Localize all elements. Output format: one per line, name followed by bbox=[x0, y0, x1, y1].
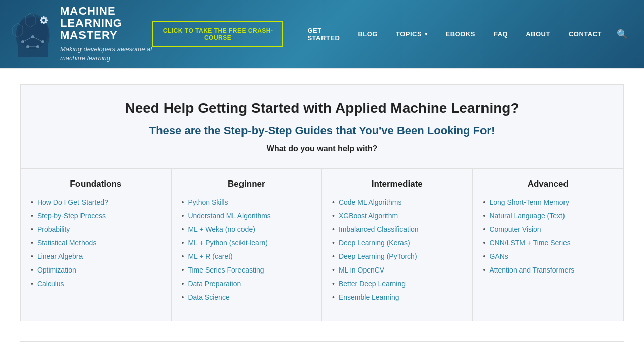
topics-dropdown-arrow: ▾ bbox=[425, 31, 428, 37]
intermediate-link-5[interactable]: ML in OpenCV bbox=[339, 265, 384, 276]
list-item: ML + Python (scikit-learn) bbox=[182, 238, 312, 248]
list-item: Imbalanced Classification bbox=[332, 224, 462, 235]
hero-title: Need Help Getting Started with Applied M… bbox=[41, 100, 603, 116]
columns-section: Foundations How Do I Get Started? Step-b… bbox=[20, 169, 624, 321]
list-item: Probability bbox=[31, 224, 161, 235]
foundations-list: How Do I Get Started? Step-by-Step Proce… bbox=[31, 197, 161, 289]
list-item: Deep Learning (Keras) bbox=[332, 238, 462, 248]
list-item: ML in OpenCV bbox=[332, 265, 462, 276]
list-item: Ensemble Learning bbox=[332, 292, 462, 303]
beginner-link-4[interactable]: ML + R (caret) bbox=[188, 251, 232, 262]
advanced-link-4[interactable]: GANs bbox=[489, 251, 508, 262]
hero-box: Need Help Getting Started with Applied M… bbox=[20, 84, 624, 169]
foundations-column: Foundations How Do I Get Started? Step-b… bbox=[21, 169, 172, 321]
header-nav: CLICK TO TAKE THE FREE CRASH-COURSE GET … bbox=[152, 21, 634, 47]
foundations-link-3[interactable]: Statistical Methods bbox=[37, 238, 97, 248]
hero-subtitle: These are the Step-by-Step Guides that Y… bbox=[41, 124, 603, 137]
beginner-column: Beginner Python Skills Understand ML Alg… bbox=[172, 169, 323, 321]
list-item: Computer Vision bbox=[483, 224, 614, 235]
list-item: Statistical Methods bbox=[31, 238, 161, 248]
list-item: Data Preparation bbox=[182, 279, 312, 289]
intermediate-link-7[interactable]: Ensemble Learning bbox=[339, 292, 399, 303]
advanced-link-2[interactable]: Computer Vision bbox=[489, 224, 541, 235]
logo-text[interactable]: MACHINE LEARNING MASTERY Making develope… bbox=[60, 5, 152, 63]
svg-rect-3 bbox=[43, 16, 45, 18]
bottom-teaser: How Do I Get Started? bbox=[20, 352, 624, 362]
beginner-list: Python Skills Understand ML Algorithms M… bbox=[182, 197, 312, 303]
nav-faq[interactable]: FAQ bbox=[485, 26, 517, 42]
bottom-divider bbox=[20, 341, 624, 342]
beginner-header: Beginner bbox=[182, 179, 312, 189]
list-item: How Do I Get Started? bbox=[31, 197, 161, 208]
main-nav: GET STARTED BLOG TOPICS ▾ EBOOKS FAQ ABO… bbox=[298, 23, 634, 46]
list-item: Calculus bbox=[31, 279, 161, 289]
crash-course-button[interactable]: CLICK TO TAKE THE FREE CRASH-COURSE bbox=[152, 21, 284, 47]
svg-point-17 bbox=[26, 45, 29, 48]
intermediate-link-3[interactable]: Deep Learning (Keras) bbox=[339, 238, 410, 248]
beginner-link-6[interactable]: Data Preparation bbox=[188, 279, 241, 289]
list-item: Python Skills bbox=[182, 197, 312, 208]
intermediate-list: Code ML Algorithms XGBoost Algorithm Imb… bbox=[332, 197, 462, 303]
svg-rect-4 bbox=[43, 22, 45, 24]
intermediate-link-0[interactable]: Code ML Algorithms bbox=[339, 197, 402, 208]
logo-area: MACHINE LEARNING MASTERY Making develope… bbox=[10, 5, 152, 63]
foundations-header: Foundations bbox=[31, 179, 161, 189]
beginner-link-1[interactable]: Understand ML Algorithms bbox=[188, 211, 270, 221]
list-item: Deep Learning (PyTorch) bbox=[332, 251, 462, 262]
beginner-link-0[interactable]: Python Skills bbox=[188, 197, 228, 208]
main-content: Need Help Getting Started with Applied M… bbox=[10, 69, 634, 362]
nav-about[interactable]: ABOUT bbox=[517, 26, 559, 42]
foundations-link-4[interactable]: Linear Algebra bbox=[37, 251, 83, 262]
beginner-link-5[interactable]: Time Series Forecasting bbox=[188, 265, 264, 276]
svg-point-18 bbox=[36, 45, 39, 48]
nav-get-started[interactable]: GET STARTED bbox=[298, 23, 349, 46]
site-header: MACHINE LEARNING MASTERY Making develope… bbox=[0, 0, 644, 68]
intermediate-link-4[interactable]: Deep Learning (PyTorch) bbox=[339, 251, 417, 262]
intermediate-link-1[interactable]: XGBoost Algorithm bbox=[339, 211, 398, 221]
svg-point-15 bbox=[31, 35, 34, 38]
foundations-link-2[interactable]: Probability bbox=[37, 224, 70, 235]
list-item: Better Deep Learning bbox=[332, 279, 462, 289]
list-item: Optimization bbox=[31, 265, 161, 276]
list-item: Linear Algebra bbox=[31, 251, 161, 262]
list-item: Understand ML Algorithms bbox=[182, 211, 312, 221]
list-item: ML + R (caret) bbox=[182, 251, 312, 262]
intermediate-link-6[interactable]: Better Deep Learning bbox=[339, 279, 406, 289]
list-item: Step-by-Step Process bbox=[31, 211, 161, 221]
logo-subtitle: Making developers awesome at machine lea… bbox=[60, 45, 152, 63]
list-item: XGBoost Algorithm bbox=[332, 211, 462, 221]
nav-ebooks[interactable]: EBOOKS bbox=[437, 26, 485, 42]
intermediate-link-2[interactable]: Imbalanced Classification bbox=[339, 224, 419, 235]
svg-rect-5 bbox=[40, 19, 42, 21]
svg-rect-6 bbox=[46, 19, 48, 21]
logo-icon[interactable] bbox=[10, 7, 53, 62]
list-item: Natural Language (Text) bbox=[483, 211, 614, 221]
advanced-link-1[interactable]: Natural Language (Text) bbox=[489, 211, 565, 221]
beginner-link-2[interactable]: ML + Weka (no code) bbox=[188, 224, 255, 235]
hero-question: What do you want help with? bbox=[41, 144, 603, 153]
list-item: Code ML Algorithms bbox=[332, 197, 462, 208]
intermediate-column: Intermediate Code ML Algorithms XGBoost … bbox=[322, 169, 473, 321]
list-item: CNN/LSTM + Time Series bbox=[483, 238, 614, 248]
advanced-link-3[interactable]: CNN/LSTM + Time Series bbox=[489, 238, 570, 248]
foundations-link-6[interactable]: Calculus bbox=[37, 279, 64, 289]
foundations-link-0[interactable]: How Do I Get Started? bbox=[37, 197, 108, 208]
intermediate-header: Intermediate bbox=[332, 179, 462, 189]
search-icon[interactable]: 🔍 bbox=[611, 25, 634, 44]
advanced-link-5[interactable]: Attention and Transformers bbox=[489, 265, 574, 276]
list-item: ML + Weka (no code) bbox=[182, 224, 312, 235]
nav-topics[interactable]: TOPICS ▾ bbox=[387, 26, 437, 42]
nav-blog[interactable]: BLOG bbox=[349, 26, 387, 42]
foundations-link-5[interactable]: Optimization bbox=[37, 265, 76, 276]
svg-point-14 bbox=[21, 40, 24, 43]
list-item: GANs bbox=[483, 251, 614, 262]
svg-point-16 bbox=[41, 40, 44, 43]
advanced-link-0[interactable]: Long Short-Term Memory bbox=[489, 197, 569, 208]
beginner-link-7[interactable]: Data Science bbox=[188, 292, 229, 303]
nav-contact[interactable]: CONTACT bbox=[559, 26, 611, 42]
list-item: Attention and Transformers bbox=[483, 265, 614, 276]
advanced-list: Long Short-Term Memory Natural Language … bbox=[483, 197, 614, 276]
beginner-link-3[interactable]: ML + Python (scikit-learn) bbox=[188, 238, 268, 248]
foundations-link-1[interactable]: Step-by-Step Process bbox=[37, 211, 106, 221]
list-item: Long Short-Term Memory bbox=[483, 197, 614, 208]
